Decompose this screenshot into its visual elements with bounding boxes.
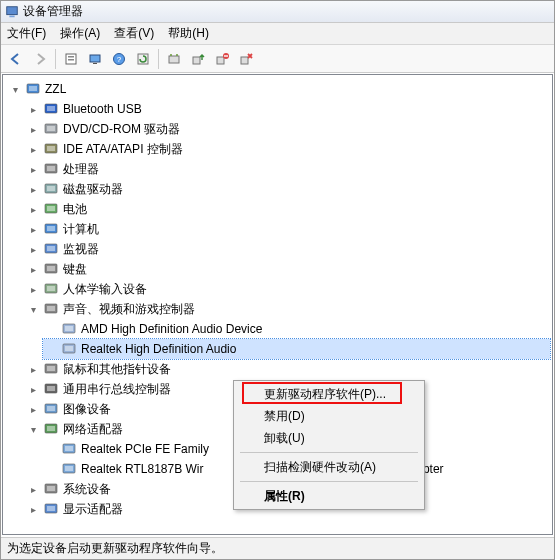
tree-node-label: DVD/CD-ROM 驱动器 bbox=[63, 121, 180, 138]
scan-icon[interactable] bbox=[163, 48, 185, 70]
help-icon[interactable]: ? bbox=[108, 48, 130, 70]
tree-node-label: 人体学输入设备 bbox=[63, 281, 147, 298]
tree-node[interactable]: ▸ DVD/CD-ROM 驱动器 bbox=[25, 119, 550, 139]
tree-node[interactable]: ▸ 鼠标和其他指针设备 bbox=[25, 359, 550, 379]
tree-root-node[interactable]: ▾ ZZL bbox=[7, 79, 550, 99]
expand-icon[interactable]: ▸ bbox=[27, 263, 39, 275]
svg-rect-25 bbox=[47, 166, 55, 171]
expand-icon[interactable]: ▸ bbox=[27, 103, 39, 115]
monitor-icon bbox=[43, 241, 59, 257]
svg-rect-5 bbox=[90, 55, 100, 62]
cpu-icon bbox=[43, 161, 59, 177]
mouse-icon bbox=[43, 361, 59, 377]
tree-node[interactable]: ▸ 计算机 bbox=[25, 219, 550, 239]
expand-icon[interactable]: ▸ bbox=[27, 143, 39, 155]
sound-icon bbox=[43, 301, 59, 317]
svg-rect-59 bbox=[47, 506, 55, 511]
tree-node[interactable]: ▸ 磁盘驱动器 bbox=[25, 179, 550, 199]
menu-view[interactable]: 查看(V) bbox=[114, 25, 154, 42]
tree-node[interactable]: ▸ 处理器 bbox=[25, 159, 550, 179]
back-icon[interactable] bbox=[5, 48, 27, 70]
tree-node-label: 电池 bbox=[63, 201, 87, 218]
expand-icon[interactable]: ▸ bbox=[27, 183, 39, 195]
tree-leaf-node[interactable]: AMD High Definition Audio Device bbox=[43, 319, 550, 339]
svg-rect-0 bbox=[7, 6, 18, 14]
hid-icon bbox=[43, 281, 59, 297]
usb-icon bbox=[43, 381, 59, 397]
network-icon bbox=[43, 421, 59, 437]
menu-help[interactable]: 帮助(H) bbox=[168, 25, 209, 42]
svg-rect-17 bbox=[29, 86, 37, 91]
expand-icon[interactable]: ▸ bbox=[27, 223, 39, 235]
battery-icon bbox=[43, 201, 59, 217]
tree-node[interactable]: ▸ 键盘 bbox=[25, 259, 550, 279]
tree-node-label: 系统设备 bbox=[63, 481, 111, 498]
svg-rect-10 bbox=[169, 56, 179, 63]
tree-node[interactable]: ▸ 电池 bbox=[25, 199, 550, 219]
tree-node[interactable]: ▸ Bluetooth USB bbox=[25, 99, 550, 119]
svg-rect-29 bbox=[47, 206, 55, 211]
uninstall-icon[interactable] bbox=[235, 48, 257, 70]
svg-rect-19 bbox=[47, 106, 55, 111]
collapse-icon[interactable]: ▾ bbox=[27, 303, 39, 315]
update-driver-icon[interactable] bbox=[187, 48, 209, 70]
expand-icon[interactable]: ▸ bbox=[27, 123, 39, 135]
expand-icon[interactable]: ▸ bbox=[27, 403, 39, 415]
context-menu-item[interactable]: 属性(R) bbox=[236, 485, 422, 507]
svg-rect-4 bbox=[68, 59, 74, 61]
refresh-icon[interactable] bbox=[132, 48, 154, 70]
context-menu-item[interactable]: 扫描检测硬件改动(A) bbox=[236, 456, 422, 478]
tree-node[interactable]: ▸ 人体学输入设备 bbox=[25, 279, 550, 299]
collapse-icon[interactable]: ▾ bbox=[27, 423, 39, 435]
forward-icon[interactable] bbox=[29, 48, 51, 70]
imaging-icon bbox=[43, 401, 59, 417]
tree-node-label: ZZL bbox=[45, 82, 66, 96]
tree-node-label: 处理器 bbox=[63, 161, 99, 178]
expand-icon[interactable]: ▸ bbox=[27, 283, 39, 295]
audio-device-icon bbox=[61, 341, 77, 357]
tree-node[interactable]: ▸ 监视器 bbox=[25, 239, 550, 259]
svg-rect-37 bbox=[47, 286, 55, 291]
context-menu-item[interactable]: 卸载(U) bbox=[236, 427, 422, 449]
svg-rect-49 bbox=[47, 406, 55, 411]
optical-drive-icon bbox=[43, 121, 59, 137]
context-menu: 更新驱动程序软件(P)...禁用(D)卸载(U)扫描检测硬件改动(A)属性(R) bbox=[233, 380, 425, 510]
menu-action[interactable]: 操作(A) bbox=[60, 25, 100, 42]
menu-separator bbox=[240, 452, 418, 453]
properties-icon[interactable] bbox=[60, 48, 82, 70]
tree-node-label: Bluetooth USB bbox=[63, 102, 142, 116]
disable-icon[interactable] bbox=[211, 48, 233, 70]
expand-icon[interactable]: ▸ bbox=[27, 383, 39, 395]
svg-rect-6 bbox=[93, 63, 97, 64]
menu-file[interactable]: 文件(F) bbox=[7, 25, 46, 42]
monitor-icon[interactable] bbox=[84, 48, 106, 70]
svg-rect-23 bbox=[47, 146, 55, 151]
tree-leaf-node[interactable]: Realtek High Definition Audio bbox=[43, 339, 550, 359]
svg-rect-47 bbox=[47, 386, 55, 391]
tree-node[interactable]: ▾ 声音、视频和游戏控制器 bbox=[25, 299, 550, 319]
statusbar: 为选定设备启动更新驱动程序软件向导。 bbox=[1, 537, 554, 559]
context-menu-item[interactable]: 禁用(D) bbox=[236, 405, 422, 427]
expand-icon[interactable]: ▸ bbox=[27, 363, 39, 375]
expand-icon[interactable]: ▸ bbox=[27, 483, 39, 495]
svg-rect-39 bbox=[47, 306, 55, 311]
expand-icon[interactable]: ▸ bbox=[27, 243, 39, 255]
svg-rect-11 bbox=[193, 57, 200, 64]
nic-icon bbox=[61, 461, 77, 477]
svg-rect-3 bbox=[68, 56, 74, 58]
toolbar: ? bbox=[1, 45, 554, 73]
tree-node[interactable]: ▸ IDE ATA/ATAPI 控制器 bbox=[25, 139, 550, 159]
context-menu-item[interactable]: 更新驱动程序软件(P)... bbox=[236, 383, 422, 405]
tree-node-label: 通用串行总线控制器 bbox=[63, 381, 171, 398]
bluetooth-icon bbox=[43, 101, 59, 117]
svg-text:?: ? bbox=[117, 55, 122, 64]
menubar: 文件(F) 操作(A) 查看(V) 帮助(H) bbox=[1, 23, 554, 45]
nic-icon bbox=[61, 441, 77, 457]
svg-rect-45 bbox=[47, 366, 55, 371]
tree-node-label: 磁盘驱动器 bbox=[63, 181, 123, 198]
expand-icon[interactable]: ▸ bbox=[27, 203, 39, 215]
svg-rect-35 bbox=[47, 266, 55, 271]
expand-icon[interactable]: ▸ bbox=[27, 163, 39, 175]
expand-icon[interactable]: ▸ bbox=[27, 503, 39, 515]
collapse-icon[interactable]: ▾ bbox=[9, 83, 21, 95]
